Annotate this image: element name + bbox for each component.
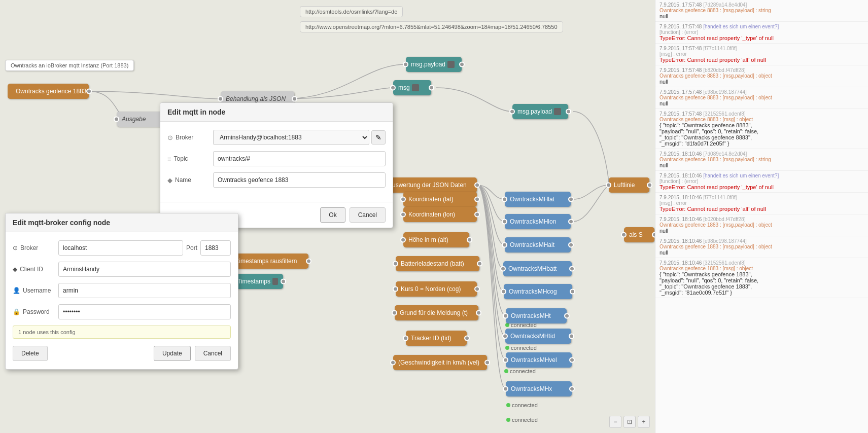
node-batt-input[interactable] <box>393 261 398 267</box>
node-tid[interactable]: Tracker ID (tid) <box>406 331 467 346</box>
node-mhx-input[interactable] <box>503 386 508 392</box>
node-mhalt-input[interactable] <box>502 242 507 248</box>
delete-button[interactable]: Delete <box>13 346 48 361</box>
node-mhtid[interactable]: OwntracksMHtid <box>505 329 571 344</box>
node-lon-input[interactable] <box>400 212 406 218</box>
node-mhtid-output[interactable] <box>569 334 574 339</box>
node-mhlon-input[interactable] <box>502 219 507 225</box>
node-mhbatt-output[interactable] <box>569 266 575 272</box>
node-mhcog-output[interactable] <box>570 289 575 295</box>
node-mhcog-input[interactable] <box>501 289 506 295</box>
node-msg-output[interactable] <box>429 85 434 91</box>
ok-button[interactable]: Ok <box>320 207 345 223</box>
node-behandlung-output[interactable] <box>292 96 297 102</box>
node-luftlinie-input[interactable] <box>606 183 611 188</box>
node-cog-output[interactable] <box>474 286 480 292</box>
node-lon[interactable]: Koordinaten (lon) <box>403 207 477 222</box>
node-msg-input[interactable] <box>390 85 396 91</box>
node-vel-input[interactable] <box>390 360 396 366</box>
node-mhbatt-input[interactable] <box>500 266 506 272</box>
node-timestamps-filter[interactable]: timestamps rausfiltern <box>232 254 308 269</box>
node-luftlinie[interactable]: Luftlinie <box>609 177 649 193</box>
broker-cancel-button[interactable]: Cancel <box>195 346 231 361</box>
node-timestamps-output[interactable] <box>281 279 286 284</box>
node-lat-input[interactable] <box>400 197 406 202</box>
node-mhbatt[interactable]: OwntracksMHbatt <box>503 261 572 276</box>
node-mhlat-output[interactable] <box>568 197 574 202</box>
node-ausgabe[interactable]: Ausgabe <box>117 112 162 127</box>
broker-edit-button[interactable]: ✎ <box>371 130 386 145</box>
zoom-minus-button[interactable]: − <box>609 416 621 428</box>
node-msg-payload-top-output[interactable] <box>459 62 465 67</box>
node-mht-output[interactable] <box>564 313 570 319</box>
node-msg-payload-right-output[interactable] <box>566 109 571 115</box>
node-msg-port <box>412 84 419 91</box>
node-mhtid-input[interactable] <box>502 334 508 339</box>
url-node-2[interactable]: http://www.openstreetmap.org/?mlon=6.785… <box>300 21 563 32</box>
node-mhvel-input[interactable] <box>503 357 508 363</box>
topic-input[interactable] <box>213 151 386 166</box>
node-vel-output[interactable] <box>484 360 490 366</box>
name-icon: ◆ <box>167 176 172 184</box>
node-t[interactable]: Grund für die Meldung (t) <box>395 305 478 320</box>
node-cog[interactable]: Kurs 0 = Norden (cog) <box>396 281 477 297</box>
client-id-input[interactable] <box>58 262 231 277</box>
name-input[interactable] <box>213 172 386 188</box>
password-input[interactable] <box>58 304 231 319</box>
flow-canvas: http://osmtools.de/osmlinks/?lang=de htt… <box>0 0 868 433</box>
node-timestamps-filter-output[interactable] <box>306 259 311 264</box>
node-t-output[interactable] <box>476 310 481 316</box>
iob-node: Owntracks an ioBroker mqtt Instanz (Port… <box>5 60 134 71</box>
zoom-plus-button[interactable]: + <box>638 416 650 428</box>
node-mhlat-input[interactable] <box>502 197 507 202</box>
node-mhlon[interactable]: OwntracksMHlon <box>505 214 571 229</box>
node-lat[interactable]: Koordinaten (lat) <box>403 192 477 207</box>
node-batt-output[interactable] <box>477 261 482 267</box>
node-mhcog[interactable]: OwntracksMHcog <box>504 284 572 299</box>
url-node-1[interactable]: http://osmtools.de/osmlinks/?lang=de <box>300 6 403 17</box>
broker-host-input[interactable] <box>58 240 183 256</box>
node-msg-payload-right-input[interactable] <box>509 109 515 115</box>
broker-select[interactable]: ArminsHandy@localhost:1883 <box>213 130 369 145</box>
node-owntracks-geofence-output[interactable] <box>86 89 92 94</box>
node-auswertung[interactable]: Auswertung der JSON Daten <box>383 177 477 193</box>
update-button[interactable]: Update <box>154 346 191 361</box>
node-msg-payload-top[interactable]: msg.payload <box>406 57 462 72</box>
node-mhvel[interactable]: OwntracksMHvel <box>506 352 572 368</box>
node-mht-input[interactable] <box>503 313 508 319</box>
node-behandlung-input[interactable] <box>218 96 223 102</box>
node-mhx-output[interactable] <box>569 386 575 392</box>
node-batt[interactable]: Batterieladestand (batt) <box>396 256 479 271</box>
node-als[interactable]: als S <box>624 227 654 242</box>
cancel-button[interactable]: Cancel <box>350 207 386 223</box>
node-lon-output[interactable] <box>474 212 480 218</box>
node-alt-output[interactable] <box>467 237 472 243</box>
node-mhlat[interactable]: OwntracksMHlat <box>505 192 571 207</box>
node-owntracks-geofence[interactable]: Owntracks geofence 1883 <box>8 84 89 99</box>
node-mht[interactable]: OwntracksMHt <box>506 308 567 323</box>
username-input[interactable] <box>58 283 231 298</box>
node-luftlinie-output[interactable] <box>647 183 652 188</box>
node-alt-input[interactable] <box>400 237 406 243</box>
port-input[interactable] <box>200 240 231 256</box>
node-mhalt[interactable]: OwntracksMHalt <box>505 237 571 252</box>
node-auswertung-output[interactable] <box>474 183 480 188</box>
node-vel[interactable]: (Geschwindigkeit in km/h (vel) <box>393 355 487 370</box>
node-mhvel-output[interactable] <box>569 357 575 363</box>
node-t-input[interactable] <box>392 310 397 316</box>
node-mhalt-output[interactable] <box>568 242 574 248</box>
node-lat-output[interactable] <box>474 197 480 202</box>
node-ausgabe-input[interactable] <box>114 117 119 122</box>
node-als-input[interactable] <box>621 232 627 238</box>
node-tid-input[interactable] <box>403 336 408 341</box>
node-timestamps[interactable]: Timestamps <box>232 274 283 289</box>
fit-button[interactable]: ⊡ <box>623 416 636 428</box>
node-tid-output[interactable] <box>464 336 470 341</box>
node-alt[interactable]: Höhe in m (alt) <box>403 232 469 247</box>
node-cog-input[interactable] <box>393 286 398 292</box>
node-mhlon-output[interactable] <box>568 219 574 225</box>
node-mhx[interactable]: OwntracksMHx <box>506 381 572 396</box>
node-msg[interactable]: msg <box>393 80 431 95</box>
node-msg-payload-right[interactable]: msg.payload <box>512 104 568 119</box>
node-msg-payload-top-input[interactable] <box>403 62 408 67</box>
